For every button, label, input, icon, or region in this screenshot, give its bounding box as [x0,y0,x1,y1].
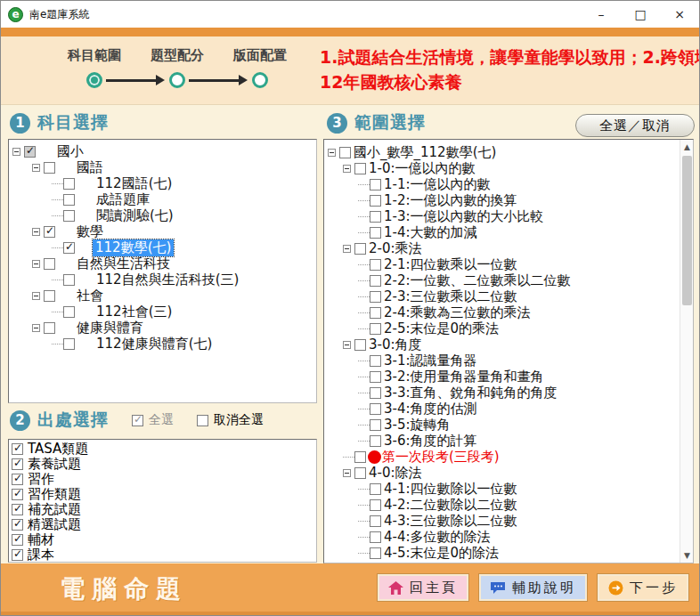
tree-checkbox[interactable] [354,339,366,351]
select-toggle-button[interactable]: 全選／取消 [575,114,695,137]
tree-label[interactable]: 3-1:認識量角器 [384,353,477,369]
tree-label[interactable]: 1-3:一億以內數的大小比較 [384,208,544,225]
tree-label[interactable]: 第一次段考(三段考) [382,449,500,466]
tree-label[interactable]: 國小_數學_112數學(七) [354,144,496,161]
collapse-icon[interactable] [32,228,40,236]
scroll-up-icon[interactable]: ▲ [680,140,694,154]
tree-checkbox[interactable] [354,163,366,174]
next-step-button[interactable]: 下一步 [598,574,688,601]
tree-label[interactable]: 3-2:使用量角器量角和畫角 [384,369,544,385]
tree-checkbox[interactable] [339,147,351,158]
tree-label[interactable]: 國語 [77,159,103,176]
tree-label[interactable]: 健康與體育 [77,320,143,336]
close-button[interactable]: × [660,1,699,28]
collapse-icon[interactable] [32,164,40,172]
tree-checkbox[interactable] [370,371,381,383]
source-label[interactable]: 課本 [28,547,54,563]
tree-label[interactable]: 3-5:旋轉角 [384,417,451,434]
tree-label[interactable]: 4-5:末位是0的除法 [384,545,499,562]
tree-label[interactable]: 3-3:直角、銳角和鈍角的角度 [384,385,558,401]
tree-label-selected[interactable]: 112數學(七) [93,239,174,256]
range-scrollbar[interactable]: ▲ ▼ [680,140,693,563]
scroll-down-icon[interactable]: ▼ [680,548,694,563]
collapse-icon[interactable] [343,245,351,253]
source-checkbox[interactable] [12,458,23,470]
tree-label[interactable]: 112健康與體育(七) [96,336,212,353]
home-button[interactable]: 回主頁 [378,574,468,601]
tree-label[interactable]: 4-0:除法 [369,465,422,482]
help-button[interactable]: 輔助說明 [479,574,587,601]
tree-checkbox[interactable] [370,515,381,527]
source-checkbox[interactable] [12,534,23,546]
tree-checkbox[interactable] [370,307,381,319]
tree-checkbox[interactable] [370,227,381,239]
tree-label[interactable]: 4-2:二位數除以二位數 [384,497,517,514]
tree-checkbox[interactable] [370,275,381,287]
tree-checkbox[interactable] [370,547,381,559]
tree-label[interactable]: 1-1:一億以內的數 [384,176,491,193]
tree-checkbox[interactable] [44,162,55,174]
tree-checkbox[interactable] [63,274,75,286]
collapse-icon[interactable] [343,341,351,349]
deselect-all-checkbox[interactable]: 取消全選 [197,412,264,428]
select-all-box[interactable] [132,415,143,426]
tree-label[interactable]: 1-4:大數的加減 [384,224,477,241]
tree-label[interactable]: 閱讀測驗(七) [96,207,174,224]
tree-checkbox[interactable] [24,146,36,158]
source-checkbox[interactable] [12,549,23,561]
tree-label[interactable]: 2-0:乘法 [369,240,422,257]
tree-label[interactable]: 112社會(三) [96,304,172,320]
tree-label[interactable]: 3-4:角度的估測 [384,401,477,417]
collapse-icon[interactable] [32,292,40,300]
tree-label[interactable]: 112自然與生活科技(三) [96,272,239,288]
tree-checkbox[interactable] [370,419,381,431]
tree-checkbox[interactable] [370,259,381,271]
tree-checkbox[interactable] [370,499,381,511]
tree-label[interactable]: 自然與生活科技 [77,255,170,272]
tree-label[interactable]: 1-0:一億以內的數 [369,160,476,177]
tree-label[interactable]: 2-2:一位數、二位數乘以二位數 [384,272,571,289]
tree-checkbox[interactable] [370,387,381,399]
tree-checkbox[interactable] [63,242,75,254]
source-checkbox[interactable] [12,519,23,531]
tree-checkbox[interactable] [370,531,381,543]
tree-label[interactable]: 2-4:乘數為三位數的乘法 [384,304,531,321]
tree-checkbox[interactable] [370,483,381,495]
tree-label[interactable]: 數學 [77,223,103,240]
tree-label[interactable]: 1-2:一億以內數的換算 [384,192,517,209]
tree-label[interactable]: 國小 [57,143,84,160]
collapse-icon[interactable] [12,148,20,156]
tree-checkbox[interactable] [370,291,381,303]
tree-checkbox[interactable] [370,435,381,447]
tree-checkbox[interactable] [44,290,55,302]
tree-label[interactable]: 4-3:三位數除以二位數 [384,513,517,530]
tree-checkbox[interactable] [354,451,366,463]
tree-label[interactable]: 4-1:四位數除以一位數 [384,481,517,498]
tree-label[interactable]: 2-1:四位數乘以一位數 [384,256,517,273]
select-all-checkbox[interactable]: 全選 [132,412,174,428]
tree-label[interactable]: 3-6:角度的計算 [384,433,477,450]
tree-checkbox[interactable] [44,226,55,238]
tree-checkbox[interactable] [354,243,366,255]
source-checkbox[interactable] [12,489,23,500]
tree-label[interactable]: 2-5:末位是0的乘法 [384,320,499,337]
tree-checkbox[interactable] [370,355,381,367]
collapse-icon[interactable] [328,149,336,157]
tree-checkbox[interactable] [63,306,75,318]
tree-checkbox[interactable] [63,178,75,190]
tree-checkbox[interactable] [44,258,55,270]
tree-label[interactable]: 112國語(七) [96,175,172,192]
maximize-button[interactable]: □ [621,1,660,28]
collapse-icon[interactable] [343,469,351,477]
tree-checkbox[interactable] [370,195,381,207]
tree-label[interactable]: 4-4:多位數的除法 [384,529,491,546]
tree-checkbox[interactable] [370,403,381,415]
tree-checkbox[interactable] [63,210,75,222]
tree-label[interactable]: 2-3:三位數乘以二位數 [384,288,517,305]
deselect-all-box[interactable] [197,415,208,426]
source-checkbox[interactable] [12,504,23,515]
tree-checkbox[interactable] [354,467,366,479]
tree-checkbox[interactable] [63,338,75,350]
tree-label[interactable]: 社會 [77,288,103,304]
source-checkbox[interactable] [12,474,23,485]
